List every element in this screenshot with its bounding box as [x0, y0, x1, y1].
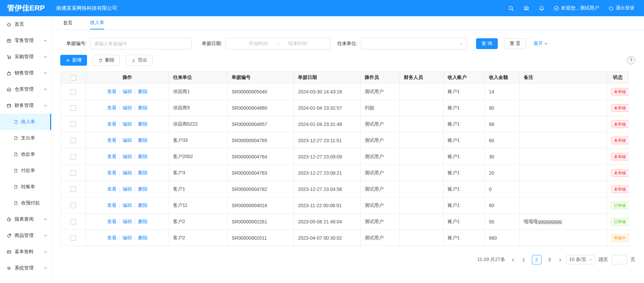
cell-bill-no: SR00000005040 [228, 84, 294, 100]
page-number-3[interactable]: 3 [545, 255, 554, 264]
view-link[interactable]: 查看 [107, 105, 116, 110]
view-link[interactable]: 查看 [107, 170, 116, 175]
delete-link[interactable]: 删除 [138, 137, 148, 143]
page-number-1[interactable]: 1 [519, 255, 529, 264]
row-checkbox[interactable] [70, 122, 76, 127]
tab-home[interactable]: 首页 [63, 16, 72, 29]
sidebar-item-income-bill[interactable]: 收入单 [0, 114, 51, 130]
view-link[interactable]: 查看 [107, 202, 116, 208]
sidebar-item-warehouse[interactable]: 仓库管理 [0, 81, 51, 97]
edit-link[interactable]: 编辑 [123, 170, 132, 175]
row-checkbox[interactable] [70, 154, 76, 159]
edit-link[interactable]: 编辑 [123, 235, 132, 240]
sidebar-item-retail[interactable]: 零售管理 [0, 32, 51, 49]
view-link[interactable]: 查看 [107, 154, 116, 159]
select-all-checkbox[interactable] [70, 75, 76, 81]
page-number-2-current[interactable]: 2 [532, 255, 541, 264]
delete-link[interactable]: 删除 [138, 235, 148, 240]
row-checkbox[interactable] [70, 138, 76, 143]
col-ops: 操作 [86, 72, 169, 84]
row-checkbox[interactable] [70, 219, 76, 224]
delete-link[interactable]: 删除 [138, 105, 148, 110]
system-icon [6, 266, 12, 271]
delete-link[interactable]: 删除 [138, 219, 148, 224]
row-checkbox[interactable] [70, 105, 76, 111]
reset-button[interactable]: 重 置 [505, 38, 526, 49]
doc-icon [14, 184, 18, 189]
tab-income-bill[interactable]: 收入单 [90, 16, 104, 29]
sidebar-item-home[interactable]: 首页 [0, 16, 51, 32]
view-link[interactable]: 查看 [107, 89, 116, 94]
row-checkbox[interactable] [70, 89, 76, 94]
sidebar-item-prepaid-bill[interactable]: 收预付款 [0, 195, 51, 211]
delete-button[interactable]: 删除 [93, 55, 120, 66]
sidebar-item-sales[interactable]: 销售管理 [0, 65, 51, 81]
row-checkbox[interactable] [70, 203, 76, 208]
page-label: 页 [630, 257, 635, 263]
sidebar-item-system[interactable]: 系统管理 [0, 260, 51, 276]
partner-label: 往来单位: [337, 41, 358, 47]
delete-link[interactable]: 删除 [138, 186, 148, 192]
welcome-text: 欢迎您，测试用户 [561, 5, 599, 11]
user-menu[interactable]: 欢迎您，测试用户 [554, 5, 599, 11]
delete-link[interactable]: 删除 [138, 154, 148, 159]
logout-icon [608, 6, 614, 11]
expand-toggle[interactable]: 展开 [533, 41, 548, 47]
page-size-select[interactable]: 10 条/页 [566, 255, 595, 264]
edit-link[interactable]: 编辑 [123, 89, 132, 94]
edit-link[interactable]: 编辑 [123, 121, 132, 127]
add-button[interactable]: 新增 [60, 55, 87, 66]
sidebar-item-goods[interactable]: 商品管理 [0, 227, 51, 244]
partner-select[interactable] [361, 38, 467, 49]
sidebar-item-purchase[interactable]: 采购管理 [0, 49, 51, 65]
view-link[interactable]: 查看 [107, 186, 116, 192]
delete-link[interactable]: 删除 [138, 170, 148, 175]
bell-icon[interactable] [539, 5, 544, 11]
sidebar-item-expense-bill[interactable]: 支出单 [0, 130, 51, 146]
edit-link[interactable]: 编辑 [123, 154, 132, 159]
cell-partner: 客户1 [169, 181, 228, 197]
delete-link[interactable]: 删除 [138, 89, 148, 94]
logout-button[interactable]: 退出登录 [608, 5, 635, 11]
row-checkbox[interactable] [70, 170, 76, 176]
view-link[interactable]: 查看 [107, 137, 116, 143]
delete-link[interactable]: 删除 [138, 121, 148, 127]
cell-bill-no: SR00000002011 [228, 230, 294, 246]
bill-no-input[interactable] [90, 38, 192, 49]
col-partner: 往来单位 [169, 72, 228, 84]
next-page-icon[interactable] [558, 258, 563, 262]
bank-icon[interactable] [523, 5, 529, 11]
view-link[interactable]: 查看 [107, 235, 116, 240]
cell-account: 账户1 [444, 230, 485, 246]
edit-link[interactable]: 编辑 [123, 186, 132, 192]
sidebar-item-receipt-bill[interactable]: 收款单 [0, 146, 51, 162]
search-icon[interactable] [508, 5, 514, 11]
cell-date: 2024-01-04 23:31:48 [294, 116, 361, 132]
search-button[interactable]: 查 询 [476, 38, 498, 49]
date-range-picker[interactable]: 开始时间 ~ 结束时间 [226, 38, 330, 49]
edit-link[interactable]: 编辑 [123, 219, 132, 224]
status-badge: 已审核 [611, 218, 629, 225]
view-link[interactable]: 查看 [107, 219, 116, 224]
view-link[interactable]: 查看 [107, 121, 116, 127]
report-icon [6, 217, 12, 222]
delete-link[interactable]: 删除 [138, 202, 148, 208]
prev-page-icon[interactable] [511, 258, 516, 262]
chevron-down-icon [44, 266, 47, 270]
page-jump-input[interactable] [611, 255, 627, 264]
export-button[interactable]: 导出 [126, 55, 153, 66]
sidebar-item-finance[interactable]: 财务管理 [0, 97, 51, 114]
cell-amount: 50 [485, 214, 520, 230]
sidebar-item-basic-data[interactable]: 基本资料 [0, 244, 51, 260]
warehouse-icon [6, 87, 12, 92]
edit-link[interactable]: 编辑 [123, 105, 132, 110]
edit-link[interactable]: 编辑 [123, 137, 132, 143]
sidebar-item-payment-bill[interactable]: 付款单 [0, 162, 51, 179]
row-checkbox[interactable] [70, 187, 76, 192]
help-icon[interactable]: ? [627, 56, 635, 64]
edit-link[interactable]: 编辑 [123, 202, 132, 208]
sidebar-item-transfer-bill[interactable]: 转账单 [0, 179, 51, 195]
row-checkbox[interactable] [70, 235, 76, 241]
sidebar-item-reports[interactable]: 报表查询 [0, 211, 51, 227]
col-status: 状态 [607, 72, 629, 84]
